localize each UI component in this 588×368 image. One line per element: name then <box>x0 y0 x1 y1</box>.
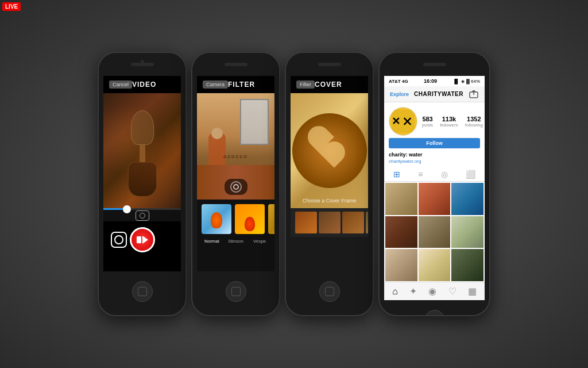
azocco-label: azocco <box>223 154 248 159</box>
vol-down-button[interactable] <box>98 119 99 133</box>
grid-tab[interactable]: ⊞ <box>393 170 400 179</box>
phones-container: Cancel VIDEO <box>98 52 490 316</box>
phone-top-bar-3 <box>286 53 373 76</box>
grid-item-3[interactable] <box>451 183 483 215</box>
vol-up-button[interactable] <box>98 99 99 113</box>
record-inner-ring <box>233 184 239 190</box>
posts-label: posts <box>422 122 433 128</box>
cover-title: COVER <box>315 80 342 89</box>
cover-frame-4[interactable] <box>366 212 368 233</box>
progress-thumb[interactable] <box>123 205 131 213</box>
video-title: VIDEO <box>132 80 156 89</box>
status-icons: ▐▌ ◈ ▓ 64% <box>453 79 480 84</box>
video-preview <box>103 93 181 208</box>
filter-thumb-vespe[interactable] <box>268 204 274 234</box>
back-to-filter[interactable]: Filter <box>296 80 315 89</box>
explore-nav-icon[interactable]: ✦ <box>409 286 417 297</box>
grid-item-2[interactable] <box>419 183 451 215</box>
filter-label-normal[interactable]: Normal <box>202 239 222 244</box>
time-display: 16:09 <box>424 78 437 84</box>
filter-labels: Normal Stinson Vespe <box>197 239 274 247</box>
list-tab[interactable]: ≡ <box>418 170 423 179</box>
home-button-3[interactable] <box>319 281 340 302</box>
phone-bottom <box>99 271 185 312</box>
choose-frame-text: Choose a Cover Frame <box>303 198 357 204</box>
cover-frame-2[interactable] <box>319 212 341 233</box>
filter-thumbnails <box>197 200 274 239</box>
video-screen: Cancel VIDEO <box>103 76 181 271</box>
home-button-4[interactable] <box>424 310 445 316</box>
website-link[interactable]: charitywater.org <box>384 159 485 167</box>
battery-icon: ▓ 64% <box>466 79 480 84</box>
explore-button[interactable]: Explore <box>390 91 409 97</box>
filter-label-vespe[interactable]: Vespe <box>249 239 270 244</box>
home-button-2[interactable] <box>226 281 246 302</box>
instagram-icon[interactable] <box>111 232 127 248</box>
home-button[interactable] <box>132 281 153 302</box>
cover-frame-3[interactable] <box>342 212 364 233</box>
siphon-top <box>131 110 154 145</box>
grid-item-1[interactable] <box>385 183 417 215</box>
video-header: Cancel VIDEO <box>103 76 181 93</box>
map-tab[interactable]: ⬜ <box>466 170 475 179</box>
balloon-stinson <box>235 204 265 234</box>
filter-thumb-normal[interactable] <box>202 204 231 234</box>
filter-thumb-stinson[interactable] <box>235 204 265 234</box>
charity-logo <box>392 110 415 133</box>
vol-up-4[interactable] <box>378 99 380 113</box>
profile-nav-title: CHARITYWATER <box>414 91 463 97</box>
phone-bottom-4 <box>380 300 489 316</box>
siphon-bottom <box>128 162 157 197</box>
activity-nav-icon[interactable]: ♡ <box>448 286 457 297</box>
cover-frame-1[interactable] <box>295 212 317 233</box>
home-nav-icon[interactable]: ⌂ <box>392 286 398 297</box>
power-button-2[interactable] <box>279 99 280 122</box>
latte-heart <box>307 128 353 174</box>
power-button[interactable] <box>185 99 187 122</box>
grid-item-8[interactable] <box>419 249 451 281</box>
followers-label: followers <box>440 122 458 128</box>
carrier-label: AT&T 4G <box>389 79 408 84</box>
vol-down-3[interactable] <box>285 119 286 133</box>
instagram-screen: AT&T 4G 16:09 ▐▌ ◈ ▓ 64% Explore CHARITY… <box>384 76 485 300</box>
posts-count: 583 <box>422 116 433 122</box>
cover-screen: Filter COVER Choose a Cover Frame <box>291 76 368 271</box>
followers-stat: 113k followers <box>440 116 458 128</box>
cover-filmstrip[interactable] <box>291 208 368 237</box>
follow-button[interactable]: Follow <box>389 138 480 148</box>
profile-stats: 583 posts 113k followers 1352 following <box>422 116 483 128</box>
vol-up-3[interactable] <box>285 99 286 113</box>
video-scrubber[interactable] <box>103 208 181 210</box>
grid-item-4[interactable] <box>385 216 417 248</box>
vol-down-4[interactable] <box>378 119 380 133</box>
profile-section: 583 posts 113k followers 1352 following <box>384 102 485 138</box>
grid-item-6[interactable] <box>451 216 483 248</box>
vol-down-2[interactable] <box>191 119 192 133</box>
tagged-tab[interactable]: ◎ <box>441 170 448 179</box>
cancel-button[interactable]: Cancel <box>109 80 132 89</box>
share-button[interactable] <box>469 90 479 98</box>
signal-icon: ▐▌ <box>453 79 459 84</box>
profile-nav-icon[interactable]: ▦ <box>468 286 477 297</box>
back-to-camera[interactable]: Camera <box>203 80 228 89</box>
cafe-window <box>240 99 269 145</box>
record-button[interactable] <box>130 227 155 252</box>
camera-nav-icon[interactable]: ◉ <box>428 286 436 297</box>
grid-item-9[interactable] <box>451 249 483 281</box>
grid-item-7[interactable] <box>385 249 417 281</box>
following-label: following <box>465 122 483 128</box>
power-button-3[interactable] <box>373 99 374 122</box>
filter-preview: azocco <box>197 93 274 200</box>
phone-video: Cancel VIDEO <box>98 52 187 316</box>
speaker-4 <box>423 63 446 66</box>
following-stat: 1352 following <box>465 116 483 128</box>
filter-label-stinson[interactable]: Stinson <box>226 239 246 244</box>
pause-bar-1 <box>137 236 141 243</box>
followers-count: 113k <box>440 116 458 122</box>
power-button-4[interactable] <box>489 99 490 122</box>
latte-art <box>292 113 367 188</box>
video-frame-icon <box>136 210 149 221</box>
grid-item-5[interactable] <box>419 216 451 248</box>
vol-up-2[interactable] <box>191 99 192 113</box>
speaker-3 <box>318 63 341 66</box>
